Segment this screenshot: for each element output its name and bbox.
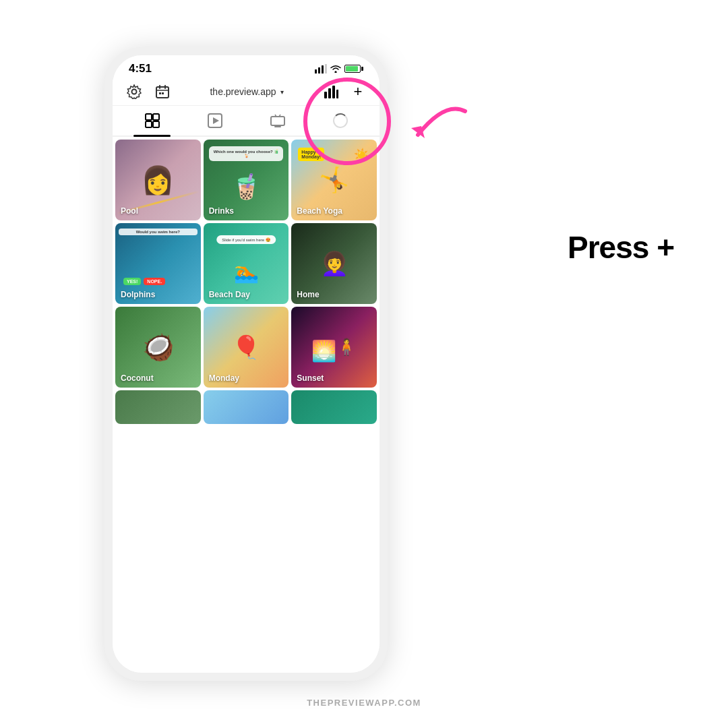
toolbar: the.preview.app ▾ + (113, 78, 380, 106)
svg-marker-20 (213, 117, 219, 124)
sunset-figure: 🌅 (311, 339, 336, 363)
settings-button[interactable] (125, 82, 144, 101)
grid-cell-partial2[interactable] (204, 390, 289, 424)
grid-row-3: 🥥 Coconut 🎈 Monday 🌅 🧍 (115, 307, 377, 388)
grid-row-4 (115, 390, 377, 424)
happy-monday-sticker: HappyMonday! (298, 148, 324, 161)
phone-mockup: 4:51 (104, 47, 388, 681)
grid-cell-drinks[interactable]: Which one would you choose? 🧃 🍹 🧋 Drinks (204, 140, 289, 220)
sunset-silhouette: 🧍 (336, 338, 357, 357)
analytics-icon (324, 85, 338, 98)
beach-day-label: Beach Day (209, 290, 250, 299)
press-plus-label: Press + (568, 229, 674, 266)
beach-yoga-label: Beach Yoga (297, 206, 342, 216)
arrow-annotation (391, 98, 472, 154)
svg-rect-9 (159, 92, 161, 94)
svg-rect-12 (328, 88, 331, 98)
play-icon (207, 113, 223, 129)
svg-rect-21 (271, 117, 284, 125)
toolbar-center[interactable]: the.preview.app ▾ (210, 86, 283, 97)
grid-row-1: 👩 Pool Which one would you choose? 🧃 🍹 🧋… (115, 140, 377, 220)
poll-buttons: YES! NOPE. (123, 278, 165, 285)
grid-cell-beach-yoga[interactable]: HappyMonday! ☀️ 🤸 Beach Yoga (291, 140, 377, 220)
svg-rect-10 (162, 92, 164, 94)
coconut-bg: 🥥 Coconut (115, 307, 201, 388)
grid-row-2: Would you swim here? YES! NOPE. Dolphins… (115, 223, 377, 304)
coconut-emoji: 🥥 (142, 332, 174, 362)
gear-icon (127, 84, 142, 99)
grid-cell-partial3[interactable] (291, 390, 377, 424)
yes-btn: YES! (123, 278, 141, 285)
sun-emoji: ☀️ (354, 148, 369, 162)
grid-cell-home[interactable]: 👩‍🦱 Home (291, 223, 377, 304)
tv-icon (270, 113, 286, 129)
pool-label: Pool (121, 206, 138, 216)
grid-cell-sunset[interactable]: 🌅 🧍 Sunset (291, 307, 377, 388)
wifi-icon (330, 65, 341, 73)
beach-yoga-bg: HappyMonday! ☀️ 🤸 Beach Yoga (291, 140, 377, 220)
svg-rect-11 (324, 92, 327, 98)
loading-spinner (333, 113, 348, 128)
arrow-svg (391, 98, 472, 152)
dolphins-label: Dolphins (121, 290, 155, 299)
svg-rect-18 (153, 121, 159, 127)
status-time: 4:51 (129, 62, 152, 75)
tab-video[interactable] (183, 106, 246, 135)
analytics-button[interactable] (322, 82, 340, 101)
svg-rect-0 (315, 69, 317, 73)
tab-bar (113, 106, 380, 137)
svg-point-4 (132, 90, 137, 94)
svg-rect-14 (336, 90, 338, 98)
grid-cell-pool[interactable]: 👩 Pool (115, 140, 201, 220)
calendar-icon (155, 84, 170, 99)
add-post-button[interactable]: + (348, 82, 367, 101)
chevron-down-icon: ▾ (280, 88, 284, 96)
coconut-label: Coconut (121, 373, 154, 383)
grid-cell-beach-day[interactable]: Slide if you'd swim here 😍 🏊 Beach Day (204, 223, 289, 304)
svg-rect-13 (332, 86, 335, 98)
footer-text: THEPREVIEWAPP.COM (307, 698, 421, 708)
grid-cell-monday[interactable]: 🎈 Monday (204, 307, 289, 388)
drinks-label: Drinks (209, 206, 234, 216)
home-figure: 👩‍🦱 (320, 250, 348, 277)
status-icons (315, 64, 363, 73)
pool-bg: 👩 Pool (115, 140, 201, 220)
beach-day-figure: 🏊 (234, 260, 259, 284)
drinks-bg: Which one would you choose? 🧃 🍹 🧋 Drinks (204, 140, 289, 220)
sunset-label: Sunset (297, 373, 324, 383)
battery-icon (344, 65, 363, 73)
grid-cell-dolphins[interactable]: Would you swim here? YES! NOPE. Dolphins (115, 223, 201, 304)
monday-figure: 🎈 (232, 334, 260, 361)
status-bar: 4:51 (113, 55, 380, 78)
drinks-poll-sticker: Which one would you choose? 🧃 🍹 (209, 146, 284, 161)
calendar-button[interactable] (153, 82, 172, 101)
swim-question-sticker: Would you swim here? (119, 229, 198, 235)
slide-sticker: Slide if you'd swim here 😍 (216, 235, 276, 244)
dolphins-bg: Would you swim here? YES! NOPE. Dolphins (115, 223, 201, 304)
svg-rect-1 (318, 67, 320, 73)
tab-tv[interactable] (246, 106, 309, 135)
partial2-bg (204, 390, 289, 424)
home-bg: 👩‍🦱 Home (291, 223, 377, 304)
svg-rect-16 (153, 114, 159, 120)
pool-figure: 👩 (141, 164, 175, 196)
grid-cell-partial1[interactable] (115, 390, 201, 424)
beach-day-bg: Slide if you'd swim here 😍 🏊 Beach Day (204, 223, 289, 304)
partial3-bg (291, 390, 377, 424)
page-container: 4:51 (0, 0, 728, 728)
tab-spinner[interactable] (309, 107, 371, 135)
svg-marker-26 (411, 126, 425, 138)
svg-rect-15 (146, 114, 152, 120)
partial1-bg (115, 390, 201, 424)
home-label: Home (297, 290, 319, 299)
phone-inner: 4:51 (113, 55, 380, 673)
signal-icon (315, 64, 327, 73)
tab-grid[interactable] (121, 106, 183, 135)
grid-cell-coconut[interactable]: 🥥 Coconut (115, 307, 201, 388)
toolbar-left (125, 82, 172, 101)
sunset-bg: 🌅 🧍 Sunset (291, 307, 377, 388)
grid-container[interactable]: 👩 Pool Which one would you choose? 🧃 🍹 🧋… (113, 137, 380, 673)
svg-rect-3 (325, 64, 327, 73)
monday-bg: 🎈 Monday (204, 307, 289, 388)
yoga-figure: 🤸 (319, 166, 349, 194)
